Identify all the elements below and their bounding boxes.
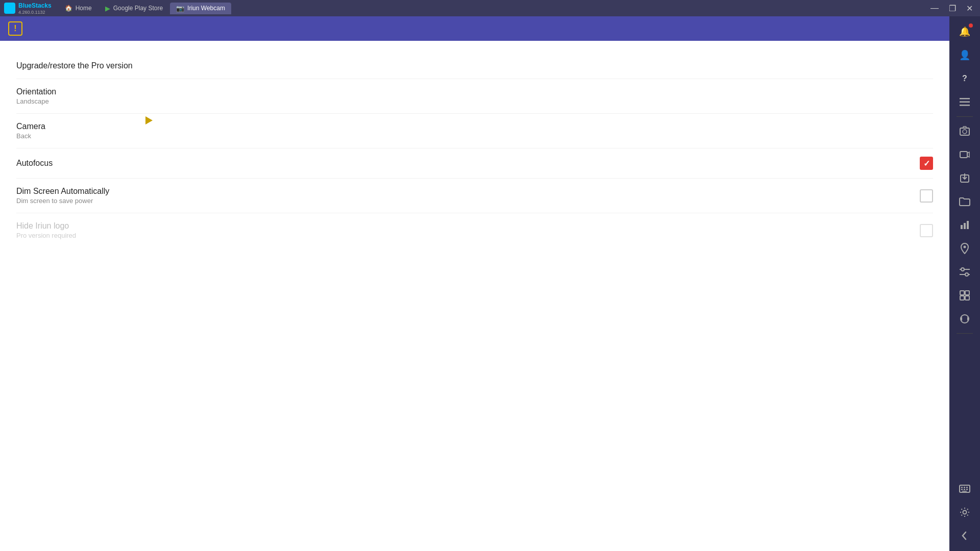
svg-rect-2	[960, 98, 970, 99]
svg-rect-28	[964, 487, 965, 488]
iriun-tab-icon: 📷	[176, 5, 184, 12]
window-controls: — ❐ ✕	[927, 3, 976, 14]
camera-title: Camera	[16, 122, 933, 131]
more-icon[interactable]	[953, 284, 976, 307]
svg-rect-23	[965, 296, 969, 300]
controls-icon[interactable]	[953, 261, 976, 283]
sidebar-divider-2	[957, 333, 973, 334]
iriun-tab-label: Iriun Webcam	[187, 5, 225, 12]
svg-rect-29	[966, 487, 968, 488]
restore-button[interactable]: ❐	[946, 3, 959, 14]
hide-logo-checkbox	[920, 224, 933, 237]
toolbar: ! 18:45	[0, 16, 980, 41]
tab-home[interactable]: 🏠 Home	[59, 3, 98, 14]
record-icon[interactable]	[953, 143, 976, 166]
settings-icon[interactable]	[953, 501, 976, 523]
svg-rect-30	[961, 489, 963, 490]
orientation-title: Orientation	[16, 87, 933, 96]
import-icon[interactable]	[953, 167, 976, 189]
svg-marker-9	[967, 152, 969, 157]
upgrade-title: Upgrade/restore the Pro version	[16, 61, 933, 70]
setting-dim-screen: Dim Screen Automatically Dim screen to s…	[16, 179, 933, 213]
home-tab-icon: 🏠	[65, 5, 72, 12]
notification-icon[interactable]: 🔔	[953, 20, 976, 43]
brand-version: 4.260.0.1132	[18, 10, 52, 15]
location-icon[interactable]	[953, 237, 976, 260]
svg-point-15	[964, 246, 966, 248]
folder-icon[interactable]	[953, 190, 976, 213]
notification-badge	[969, 23, 973, 28]
brand-name: BlueStacks	[18, 2, 52, 9]
menu-icon[interactable]	[953, 91, 976, 113]
layout-wrapper: Upgrade/restore the Pro version Orientat…	[0, 41, 980, 551]
help-icon[interactable]: ?	[953, 67, 976, 90]
setting-autofocus: Autofocus	[16, 148, 933, 179]
svg-rect-13	[964, 223, 966, 229]
svg-rect-5	[960, 128, 969, 135]
keyboard-icon[interactable]	[953, 478, 976, 500]
tab-play-store[interactable]: ▶ Google Play Store	[99, 3, 169, 14]
svg-rect-20	[960, 291, 964, 295]
svg-marker-1	[8, 7, 11, 10]
sync-icon[interactable]	[953, 308, 976, 330]
autofocus-checkbox[interactable]	[920, 157, 933, 170]
right-sidebar: 🔔 👤 ?	[949, 16, 980, 551]
svg-point-6	[963, 130, 967, 134]
settings-content: Upgrade/restore the Pro version Orientat…	[0, 41, 949, 551]
dim-screen-subtitle: Dim screen to save power	[16, 197, 912, 205]
sidebar-divider-1	[957, 116, 973, 117]
svg-rect-4	[960, 105, 970, 106]
svg-rect-3	[960, 102, 970, 103]
dim-screen-title: Dim Screen Automatically	[16, 187, 912, 196]
svg-rect-27	[961, 487, 963, 488]
titlebar: BlueStacks 4.260.0.1132 🏠 Home ▶ Google …	[0, 0, 980, 16]
setting-camera[interactable]: Camera Back	[16, 114, 933, 148]
svg-rect-8	[960, 152, 967, 158]
camera-value: Back	[16, 132, 933, 140]
play-store-tab-icon: ▶	[105, 5, 110, 12]
svg-point-17	[961, 268, 964, 271]
svg-rect-14	[967, 221, 969, 229]
play-store-tab-label: Google Play Store	[113, 5, 163, 12]
orientation-value: Landscape	[16, 97, 933, 105]
back-icon[interactable]	[953, 524, 976, 547]
setting-hide-logo: Hide Iriun logo Pro version required	[16, 213, 933, 247]
svg-point-34	[963, 511, 967, 514]
screenshot-icon[interactable]	[953, 120, 976, 142]
warning-icon: !	[8, 21, 22, 36]
minimize-button[interactable]: —	[927, 3, 942, 14]
account-icon[interactable]: 👤	[953, 44, 976, 66]
setting-upgrade[interactable]: Upgrade/restore the Pro version	[16, 53, 933, 79]
tab-iriun[interactable]: 📷 Iriun Webcam	[170, 3, 231, 14]
svg-rect-7	[963, 127, 966, 128]
bluestacks-logo: BlueStacks 4.260.0.1132	[4, 2, 52, 15]
svg-rect-21	[965, 291, 969, 295]
close-button[interactable]: ✕	[963, 3, 976, 14]
hide-logo-title: Hide Iriun logo	[16, 221, 912, 231]
svg-rect-32	[966, 489, 968, 490]
svg-rect-31	[964, 489, 965, 490]
dim-screen-checkbox[interactable]	[920, 189, 933, 203]
autofocus-title: Autofocus	[16, 159, 912, 168]
svg-rect-12	[961, 225, 963, 229]
setting-orientation[interactable]: Orientation Landscape	[16, 79, 933, 114]
svg-rect-22	[960, 296, 964, 300]
bluestacks-icon	[4, 3, 15, 14]
hide-logo-subtitle: Pro version required	[16, 232, 912, 239]
svg-rect-33	[962, 491, 967, 492]
tabs-container: 🏠 Home ▶ Google Play Store 📷 Iriun Webca…	[59, 3, 924, 14]
stats-icon[interactable]	[953, 214, 976, 236]
svg-point-19	[965, 273, 968, 276]
home-tab-label: Home	[76, 5, 92, 12]
